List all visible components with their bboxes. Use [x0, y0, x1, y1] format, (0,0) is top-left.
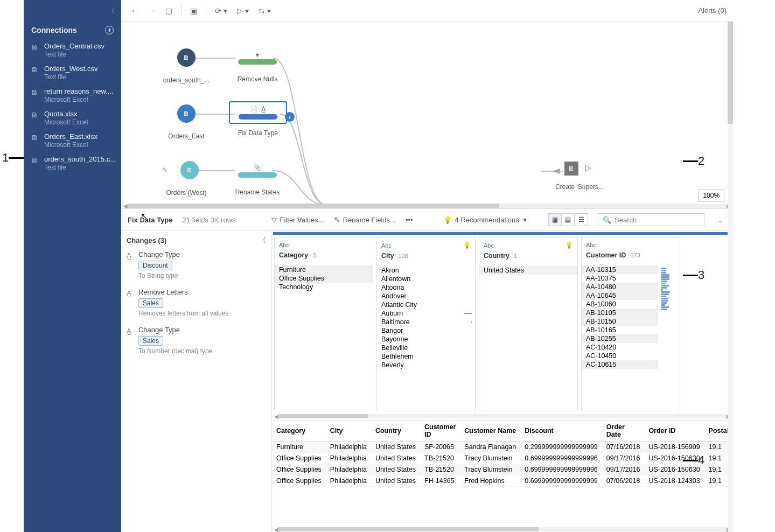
profile-card[interactable]: Abc💡City108AkronAllentownAltoonaAndoverA… [376, 237, 476, 410]
value-item[interactable]: AC-10615 [582, 360, 658, 369]
settings-button[interactable]: ⇆ ▾ [255, 4, 274, 17]
value-item[interactable]: Auburn [377, 309, 475, 318]
flow-input-orders-west[interactable]: 🗎 [180, 161, 199, 179]
value-item[interactable]: AB-10105 [582, 309, 658, 317]
column-header[interactable]: Customer Name [460, 421, 520, 442]
value-item[interactable]: Baltimore [377, 318, 475, 326]
value-item[interactable]: Bangor [377, 326, 475, 335]
collapse-changes-button[interactable]: 〈 [259, 235, 266, 245]
more-options-button[interactable]: ••• [406, 216, 413, 224]
value-item[interactable]: Belleville [377, 344, 475, 352]
recommendation-icon[interactable]: 💡 [463, 242, 471, 249]
connection-item[interactable]: 🗎orders_south_2015.c...Text file [24, 152, 121, 174]
value-item[interactable]: AA-10315 [582, 265, 658, 274]
value-item[interactable]: Altoona [377, 283, 475, 292]
forward-button[interactable]: → [145, 4, 159, 17]
data-type-label[interactable]: Abc [381, 242, 392, 249]
value-item[interactable]: Technology [275, 283, 373, 291]
column-header[interactable]: Customer ID [420, 421, 460, 442]
value-item[interactable]: AA-10480 [582, 283, 658, 291]
flow-pane[interactable]: 🗎 orders_south_... 🗎 Orders_East ✎ 🗎 Ord… [121, 22, 733, 209]
value-item[interactable]: AC-10420 [582, 343, 658, 352]
column-header[interactable]: Order ID [644, 421, 704, 442]
recommendations-button[interactable]: 💡4 Recommendations▼ [443, 216, 528, 224]
connection-item[interactable]: 🗎Orders_East.xlsxMicrosoft Excel [24, 129, 121, 152]
profile-view-button[interactable]: ▦ [549, 214, 562, 226]
search-input[interactable]: 🔍Search [598, 213, 704, 226]
change-item[interactable]: A̲Change TypeDiscountTo String type [127, 250, 266, 279]
field-name[interactable]: City [381, 252, 394, 260]
data-type-label[interactable]: Abc [279, 242, 289, 248]
flow-input-orders-east[interactable]: 🗎 [177, 104, 196, 123]
value-item[interactable]: Bayonne [377, 335, 475, 344]
profile-card[interactable]: Abc💡Country1United States [479, 237, 578, 410]
run-button[interactable]: ▷ ▾ [234, 4, 252, 17]
value-item[interactable]: AC-10450 [582, 352, 658, 360]
value-item[interactable]: AB-10165 [582, 326, 658, 334]
value-item[interactable]: Andover [377, 292, 475, 300]
add-step-button[interactable]: + [285, 112, 295, 122]
alerts-indicator[interactable]: Alerts (0) [698, 6, 727, 15]
value-item[interactable]: Akron [377, 266, 475, 275]
column-header[interactable]: Category [272, 421, 326, 442]
value-item[interactable]: AB-10060 [582, 300, 658, 309]
connection-item[interactable]: 🗎Orders_Central.csvText file [24, 39, 121, 61]
change-item[interactable]: A̲Change TypeSalesTo Number (decimal) ty… [127, 326, 266, 355]
flow-input-orders-south[interactable]: 🗎 [177, 48, 196, 67]
value-item[interactable]: Furniture [275, 265, 373, 274]
column-header[interactable]: Discount [520, 421, 602, 442]
publish-button[interactable]: ▣ [187, 4, 200, 17]
flow-step-fix-data-type[interactable]: 📄A̲ [229, 101, 287, 124]
grid-horizontal-scrollbar[interactable]: ◀▶ [274, 527, 731, 532]
data-type-label[interactable]: Abc [586, 242, 596, 248]
value-item[interactable]: AA-10645 [582, 291, 658, 300]
flow-step-rename-states[interactable]: 📎 [233, 161, 282, 181]
filter-values-button[interactable]: ▽Filter Values... [271, 216, 324, 224]
cards-horizontal-scrollbar[interactable]: ◀▶ [274, 414, 731, 419]
recommendation-icon[interactable]: 💡 [565, 242, 573, 249]
value-item[interactable]: Beverly [377, 361, 475, 369]
value-item[interactable]: AB-10150 [582, 317, 658, 326]
flow-output-node[interactable]: 🗎 [564, 162, 578, 176]
data-grid[interactable]: CategoryCityCountryCustomer IDCustomer N… [272, 420, 733, 527]
column-header[interactable]: Country [371, 421, 420, 442]
field-name[interactable]: Category [279, 251, 308, 259]
column-header[interactable]: Order Date [602, 421, 645, 442]
field-name[interactable]: Country [484, 252, 509, 260]
table-row[interactable]: Office SuppliesPhiladelphiaUnited States… [272, 475, 733, 487]
data-type-label[interactable]: Abc [484, 242, 494, 249]
column-header[interactable]: City [326, 421, 371, 442]
table-row[interactable]: Office SuppliesPhiladelphiaUnited States… [272, 453, 733, 464]
save-button[interactable]: ▢ [162, 4, 176, 17]
grid-view-button[interactable]: ☰ [575, 214, 588, 226]
collapse-profile-button[interactable]: ⌄ [714, 216, 727, 224]
connection-item[interactable]: 🗎Quota.xlsxMicrosoft Excel [24, 107, 121, 129]
value-item[interactable]: Office Supplies [275, 274, 373, 283]
sidebar-collapse-button[interactable]: 〈 [108, 6, 115, 16]
profile-card[interactable]: AbcCategory3FurnitureOffice SuppliesTech… [274, 237, 373, 410]
table-row[interactable]: FurniturePhiladelphiaUnited StatesSF-200… [272, 442, 733, 453]
add-connection-button[interactable]: + [105, 26, 114, 34]
value-item[interactable]: Allentown [377, 275, 475, 283]
view-toggle[interactable]: ▦ ▤ ☰ [548, 213, 588, 226]
profile-card[interactable]: AbcCustomer ID673AA-10315AA-10375AA-1048… [581, 237, 680, 410]
flow-horizontal-scrollbar[interactable]: ◀▶ [123, 203, 731, 208]
connection-item[interactable]: 🗎Orders_West.csvText file [24, 61, 121, 84]
rename-fields-button[interactable]: ✎Rename Fields... [334, 216, 396, 224]
table-row[interactable]: Office SuppliesPhiladelphiaUnited States… [272, 464, 733, 475]
main-vertical-scrollbar[interactable] [728, 22, 733, 532]
value-item[interactable]: AB-10255 [582, 334, 658, 343]
edit-input-icon[interactable]: ✎ [162, 166, 167, 174]
flow-step-remove-nulls[interactable]: ▼ [233, 48, 282, 68]
zoom-level[interactable]: 100% [698, 189, 724, 202]
connection-item[interactable]: 🗎return reasons_new....Microsoft Excel [24, 84, 121, 107]
value-item[interactable]: United States [479, 266, 577, 275]
value-item[interactable]: Bethlehem [377, 352, 475, 361]
back-button[interactable]: ← [128, 4, 142, 17]
change-item[interactable]: A̲Remove LettersSalesRemoves letters fro… [127, 288, 266, 317]
list-view-button[interactable]: ▤ [562, 214, 575, 226]
field-name[interactable]: Customer ID [586, 251, 626, 259]
value-item[interactable]: Atlantic City [377, 300, 475, 309]
refresh-button[interactable]: ⟳ ▾ [212, 4, 231, 17]
run-output-button[interactable]: ▷ [583, 162, 595, 173]
